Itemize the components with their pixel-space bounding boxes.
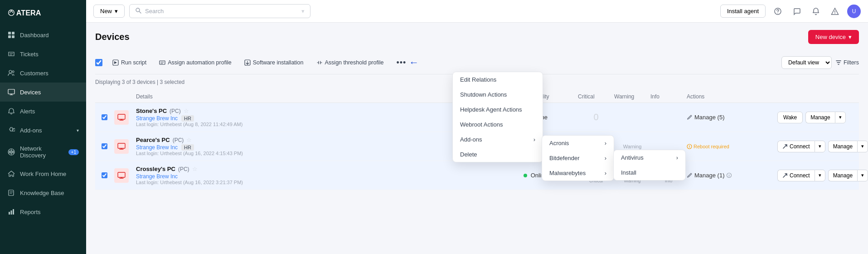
ticket-icon [7, 50, 15, 58]
sidebar-item-knowledge-base[interactable]: Knowledge Base [0, 183, 86, 202]
sidebar-item-alerts[interactable]: Alerts [0, 102, 86, 121]
sidebar-item-devices[interactable]: Devices [0, 83, 86, 102]
status-online-dot-3 [524, 174, 527, 177]
run-script-icon [112, 59, 119, 66]
connect-chevron-2[interactable]: ▾ [815, 141, 825, 152]
manage-text-3: Manage (1) [694, 172, 724, 179]
sidebar-item-label: Knowledge Base [20, 190, 64, 196]
home-icon [7, 170, 15, 178]
manage-button-3[interactable]: Manage [828, 170, 857, 181]
new-button[interactable]: New ▾ [93, 5, 125, 18]
col-patches-critical: Critical [578, 93, 614, 100]
context-dropdown-menu: Edit Relations Shutdown Actions Helpdesk… [452, 72, 543, 162]
table-row: Crossley's PC (PC) ☆ Strange Brew Inc La… [95, 161, 859, 190]
submenu-install[interactable]: Install [614, 165, 685, 180]
sidebar-item-reports[interactable]: Reports [0, 202, 86, 221]
submenu-bitdefender[interactable]: Bitdefender › [542, 151, 614, 166]
sidebar-item-dashboard[interactable]: Dashboard [0, 25, 86, 44]
help-icon[interactable] [771, 5, 785, 18]
sidebar-item-label: Alerts [20, 108, 35, 115]
manage-text-1: Manage (5) [694, 114, 724, 121]
submenu-malwarebytes[interactable]: Malwarebytes › [542, 166, 614, 181]
view-select[interactable]: Default view [781, 56, 832, 69]
assign-threshold-label: Assign threshold profile [325, 59, 384, 66]
wake-button-1[interactable]: Wake [777, 112, 803, 123]
star-icon-1[interactable]: ☆ [184, 107, 189, 114]
manage-button-2[interactable]: Manage [828, 141, 857, 152]
row-checkbox-3[interactable] [102, 172, 107, 178]
submenu-acronis[interactable]: Acronis › [542, 136, 614, 151]
select-all-checkbox[interactable] [95, 59, 102, 66]
assign-automation-label: Assign automation profile [168, 59, 231, 66]
connect-chevron-3[interactable]: ▾ [815, 170, 825, 181]
manage-info-3: Manage (1) [687, 172, 777, 179]
sidebar-item-network-discovery[interactable]: Network Discovery +1 [0, 140, 86, 164]
assign-automation-button[interactable]: Assign automation profile [156, 58, 234, 68]
network-discovery-badge: +1 [68, 149, 79, 155]
dropdown-shutdown-actions[interactable]: Shutdown Actions [453, 87, 543, 102]
svg-point-16 [777, 13, 778, 14]
blue-arrow-indicator: ← [409, 57, 419, 68]
new-device-button[interactable]: New device ▾ [808, 30, 859, 44]
connect-button-2[interactable]: Connect [777, 141, 815, 152]
automation-icon [159, 59, 165, 66]
sidebar-item-customers[interactable]: Customers [0, 64, 86, 83]
sidebar-item-tickets[interactable]: Tickets [0, 44, 86, 64]
software-installation-button[interactable]: Software installation [242, 58, 306, 68]
connect-button-3[interactable]: Connect [777, 170, 815, 181]
dropdown-edit-relations[interactable]: Edit Relations [453, 72, 543, 87]
user-avatar[interactable]: U [847, 5, 861, 18]
col-patches-info: Info [650, 93, 687, 100]
sidebar-item-label: Tickets [20, 51, 39, 58]
monitor-icon [7, 88, 15, 96]
device-login-3: Last login: Urthebest (Aug 16, 2022 3:21… [136, 180, 524, 185]
device-company-1[interactable]: Strange Brew Inc [136, 115, 178, 122]
malwarebytes-arrow: › [605, 170, 606, 176]
svg-rect-20 [118, 114, 125, 119]
more-options-button[interactable]: ••• ← [393, 55, 422, 70]
svg-rect-4 [8, 35, 11, 38]
device-tag-2: HR [181, 144, 194, 151]
run-script-button[interactable]: Run script [110, 58, 149, 68]
chat-icon[interactable] [790, 5, 804, 18]
actions-2: Connect ▾ Manage ▾ [777, 141, 859, 152]
svg-rect-2 [8, 32, 11, 34]
svg-rect-13 [13, 209, 14, 215]
dropdown-helpdesk-agent-actions[interactable]: Helpdesk Agent Actions [453, 102, 543, 117]
alert-icon[interactable] [828, 5, 842, 18]
row-checkbox-2[interactable] [102, 143, 107, 149]
sidebar-item-work-from-home[interactable]: Work From Home [0, 164, 86, 183]
logo: ATERA [0, 0, 86, 25]
device-company-2[interactable]: Strange Brew Inc [136, 144, 178, 151]
dropdown-webroot-actions[interactable]: Webroot Actions [453, 117, 543, 132]
software-installation-label: Software installation [253, 59, 304, 66]
filters-button[interactable]: Filters [835, 59, 859, 66]
dropdown-delete[interactable]: Delete [453, 147, 543, 162]
connect-button-group-2: Connect ▾ [777, 141, 825, 152]
manage-chevron-3[interactable]: ▾ [857, 170, 868, 181]
dropdown-addons[interactable]: Add-ons › [453, 132, 543, 147]
submenu-antivirus[interactable]: Antivirus › [614, 150, 685, 165]
manage-chevron-1[interactable]: ▾ [835, 112, 846, 123]
manage-button-1[interactable]: Manage [805, 112, 834, 123]
manage-chevron-2[interactable]: ▾ [857, 141, 868, 152]
install-agent-button[interactable]: Install agent [720, 5, 766, 18]
sidebar-item-label: Dashboard [20, 32, 49, 39]
notifications-bell-icon[interactable] [809, 5, 823, 18]
device-company-3[interactable]: Strange Brew Inc [136, 173, 178, 180]
search-bar[interactable]: Search ▾ [129, 4, 310, 18]
submenu-arrow: › [533, 136, 535, 143]
star-icon-2[interactable]: ☆ [186, 137, 192, 143]
row-checkbox-1[interactable] [102, 114, 107, 120]
assign-threshold-button[interactable]: Assign threshold profile [314, 58, 387, 68]
device-name-3: Crossley's PC [136, 166, 175, 172]
svg-rect-11 [9, 212, 10, 215]
device-type-3: (PC) [178, 166, 189, 172]
info-circle-icon [687, 144, 692, 149]
sidebar-item-addons[interactable]: Add-ons ▾ [0, 121, 86, 140]
svg-rect-21 [118, 143, 125, 148]
bitdefender-submenu: Antivirus › Install [613, 150, 686, 181]
star-icon-3[interactable]: ☆ [192, 166, 198, 172]
actions-1: Wake Manage ▾ [777, 112, 859, 123]
search-dropdown-icon: ▾ [301, 8, 305, 15]
